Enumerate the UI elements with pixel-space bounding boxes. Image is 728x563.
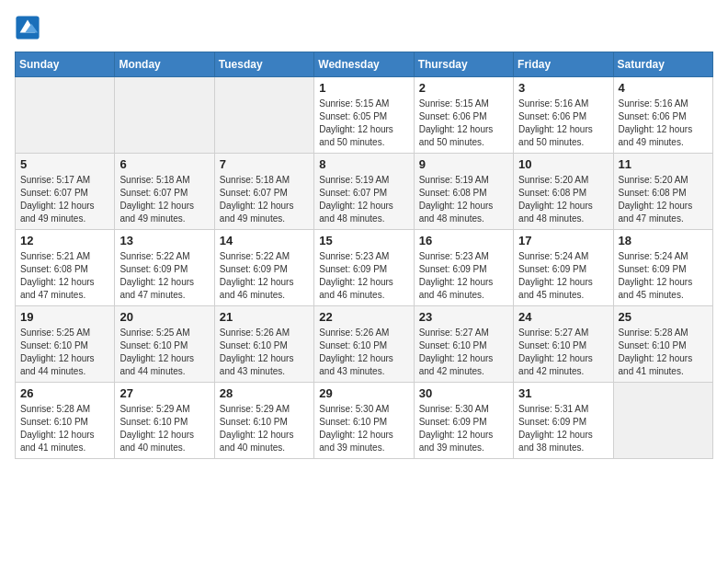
day-number: 19 — [20, 310, 109, 324]
logo-icon — [15, 15, 40, 40]
day-info: Sunrise: 5:15 AM Sunset: 6:06 PM Dayligh… — [419, 98, 508, 149]
day-number: 12 — [20, 234, 109, 247]
day-info: Sunrise: 5:17 AM Sunset: 6:07 PM Dayligh… — [20, 174, 109, 225]
calendar-body: 1Sunrise: 5:15 AM Sunset: 6:05 PM Daylig… — [16, 77, 713, 459]
header-wednesday: Wednesday — [314, 52, 414, 77]
day-info: Sunrise: 5:30 AM Sunset: 6:10 PM Dayligh… — [319, 403, 408, 454]
calendar-table: Sunday Monday Tuesday Wednesday Thursday… — [15, 52, 713, 459]
day-info: Sunrise: 5:26 AM Sunset: 6:10 PM Dayligh… — [220, 327, 309, 378]
day-info: Sunrise: 5:26 AM Sunset: 6:10 PM Dayligh… — [319, 327, 408, 378]
day-info: Sunrise: 5:24 AM Sunset: 6:09 PM Dayligh… — [518, 250, 608, 302]
day-info: Sunrise: 5:30 AM Sunset: 6:09 PM Dayligh… — [419, 403, 508, 454]
day-cell: 29Sunrise: 5:30 AM Sunset: 6:10 PM Dayli… — [314, 383, 414, 459]
day-number: 31 — [518, 386, 608, 400]
header-thursday: Thursday — [414, 52, 513, 77]
day-info: Sunrise: 5:25 AM Sunset: 6:10 PM Dayligh… — [20, 327, 109, 378]
day-cell: 18Sunrise: 5:24 AM Sunset: 6:09 PM Dayli… — [613, 230, 712, 306]
day-number: 14 — [220, 234, 309, 247]
day-number: 4 — [619, 81, 708, 95]
day-info: Sunrise: 5:27 AM Sunset: 6:10 PM Dayligh… — [419, 327, 508, 378]
day-number: 5 — [20, 157, 109, 171]
day-cell — [16, 77, 115, 154]
day-info: Sunrise: 5:21 AM Sunset: 6:08 PM Dayligh… — [20, 250, 109, 302]
day-cell: 10Sunrise: 5:20 AM Sunset: 6:08 PM Dayli… — [514, 154, 613, 230]
day-cell: 19Sunrise: 5:25 AM Sunset: 6:10 PM Dayli… — [16, 306, 115, 383]
day-cell: 26Sunrise: 5:28 AM Sunset: 6:10 PM Dayli… — [16, 383, 115, 459]
day-cell: 4Sunrise: 5:16 AM Sunset: 6:06 PM Daylig… — [613, 77, 712, 154]
day-cell: 5Sunrise: 5:17 AM Sunset: 6:07 PM Daylig… — [16, 154, 115, 230]
days-header-row: Sunday Monday Tuesday Wednesday Thursday… — [16, 52, 713, 77]
day-number: 16 — [419, 234, 508, 247]
day-cell: 23Sunrise: 5:27 AM Sunset: 6:10 PM Dayli… — [414, 306, 513, 383]
day-cell: 6Sunrise: 5:18 AM Sunset: 6:07 PM Daylig… — [115, 154, 214, 230]
day-number: 13 — [119, 234, 209, 247]
day-number: 22 — [319, 310, 408, 324]
day-number: 7 — [220, 157, 309, 171]
day-number: 18 — [619, 234, 708, 247]
day-number: 3 — [518, 81, 608, 95]
day-cell: 11Sunrise: 5:20 AM Sunset: 6:08 PM Dayli… — [613, 154, 712, 230]
page-header — [15, 15, 713, 40]
header-friday: Friday — [514, 52, 613, 77]
week-row-3: 12Sunrise: 5:21 AM Sunset: 6:08 PM Dayli… — [16, 230, 713, 306]
day-info: Sunrise: 5:28 AM Sunset: 6:10 PM Dayligh… — [20, 403, 109, 454]
day-cell: 3Sunrise: 5:16 AM Sunset: 6:06 PM Daylig… — [514, 77, 613, 154]
day-info: Sunrise: 5:24 AM Sunset: 6:09 PM Dayligh… — [619, 250, 708, 302]
week-row-4: 19Sunrise: 5:25 AM Sunset: 6:10 PM Dayli… — [16, 306, 713, 383]
day-info: Sunrise: 5:18 AM Sunset: 6:07 PM Dayligh… — [220, 174, 309, 225]
day-info: Sunrise: 5:16 AM Sunset: 6:06 PM Dayligh… — [619, 98, 708, 149]
day-info: Sunrise: 5:29 AM Sunset: 6:10 PM Dayligh… — [119, 403, 209, 454]
day-cell — [613, 383, 712, 459]
day-info: Sunrise: 5:19 AM Sunset: 6:08 PM Dayligh… — [419, 174, 508, 225]
day-info: Sunrise: 5:27 AM Sunset: 6:10 PM Dayligh… — [518, 327, 608, 378]
day-number: 29 — [319, 386, 408, 400]
day-cell — [115, 77, 214, 154]
day-cell: 9Sunrise: 5:19 AM Sunset: 6:08 PM Daylig… — [414, 154, 513, 230]
header-saturday: Saturday — [613, 52, 712, 77]
week-row-5: 26Sunrise: 5:28 AM Sunset: 6:10 PM Dayli… — [16, 383, 713, 459]
day-info: Sunrise: 5:18 AM Sunset: 6:07 PM Dayligh… — [119, 174, 209, 225]
week-row-1: 1Sunrise: 5:15 AM Sunset: 6:05 PM Daylig… — [16, 77, 713, 154]
day-number: 15 — [319, 234, 408, 247]
day-number: 28 — [220, 386, 309, 400]
day-cell: 28Sunrise: 5:29 AM Sunset: 6:10 PM Dayli… — [214, 383, 313, 459]
day-cell: 27Sunrise: 5:29 AM Sunset: 6:10 PM Dayli… — [115, 383, 214, 459]
day-cell: 13Sunrise: 5:22 AM Sunset: 6:09 PM Dayli… — [115, 230, 214, 306]
day-number: 27 — [119, 386, 209, 400]
day-info: Sunrise: 5:15 AM Sunset: 6:05 PM Dayligh… — [319, 98, 408, 149]
day-info: Sunrise: 5:19 AM Sunset: 6:07 PM Dayligh… — [319, 174, 408, 225]
day-cell: 16Sunrise: 5:23 AM Sunset: 6:09 PM Dayli… — [414, 230, 513, 306]
day-number: 30 — [419, 386, 508, 400]
header-tuesday: Tuesday — [214, 52, 313, 77]
day-number: 21 — [220, 310, 309, 324]
day-cell: 14Sunrise: 5:22 AM Sunset: 6:09 PM Dayli… — [214, 230, 313, 306]
day-info: Sunrise: 5:20 AM Sunset: 6:08 PM Dayligh… — [619, 174, 708, 225]
day-number: 10 — [518, 157, 608, 171]
day-number: 1 — [319, 81, 408, 95]
day-cell: 24Sunrise: 5:27 AM Sunset: 6:10 PM Dayli… — [514, 306, 613, 383]
day-cell: 30Sunrise: 5:30 AM Sunset: 6:09 PM Dayli… — [414, 383, 513, 459]
day-number: 2 — [419, 81, 508, 95]
day-cell: 25Sunrise: 5:28 AM Sunset: 6:10 PM Dayli… — [613, 306, 712, 383]
day-info: Sunrise: 5:29 AM Sunset: 6:10 PM Dayligh… — [220, 403, 309, 454]
day-number: 9 — [419, 157, 508, 171]
day-cell: 1Sunrise: 5:15 AM Sunset: 6:05 PM Daylig… — [314, 77, 414, 154]
day-cell: 22Sunrise: 5:26 AM Sunset: 6:10 PM Dayli… — [314, 306, 414, 383]
day-info: Sunrise: 5:22 AM Sunset: 6:09 PM Dayligh… — [119, 250, 209, 302]
header-sunday: Sunday — [16, 52, 115, 77]
day-number: 25 — [619, 310, 708, 324]
day-cell: 8Sunrise: 5:19 AM Sunset: 6:07 PM Daylig… — [314, 154, 414, 230]
day-number: 26 — [20, 386, 109, 400]
day-info: Sunrise: 5:25 AM Sunset: 6:10 PM Dayligh… — [119, 327, 209, 378]
day-info: Sunrise: 5:28 AM Sunset: 6:10 PM Dayligh… — [619, 327, 708, 378]
day-number: 6 — [119, 157, 209, 171]
day-number: 23 — [419, 310, 508, 324]
day-cell: 17Sunrise: 5:24 AM Sunset: 6:09 PM Dayli… — [514, 230, 613, 306]
day-number: 24 — [518, 310, 608, 324]
day-info: Sunrise: 5:23 AM Sunset: 6:09 PM Dayligh… — [419, 250, 508, 302]
day-info: Sunrise: 5:22 AM Sunset: 6:09 PM Dayligh… — [220, 250, 309, 302]
day-info: Sunrise: 5:20 AM Sunset: 6:08 PM Dayligh… — [518, 174, 608, 225]
day-info: Sunrise: 5:23 AM Sunset: 6:09 PM Dayligh… — [319, 250, 408, 302]
day-cell: 15Sunrise: 5:23 AM Sunset: 6:09 PM Dayli… — [314, 230, 414, 306]
day-cell: 2Sunrise: 5:15 AM Sunset: 6:06 PM Daylig… — [414, 77, 513, 154]
